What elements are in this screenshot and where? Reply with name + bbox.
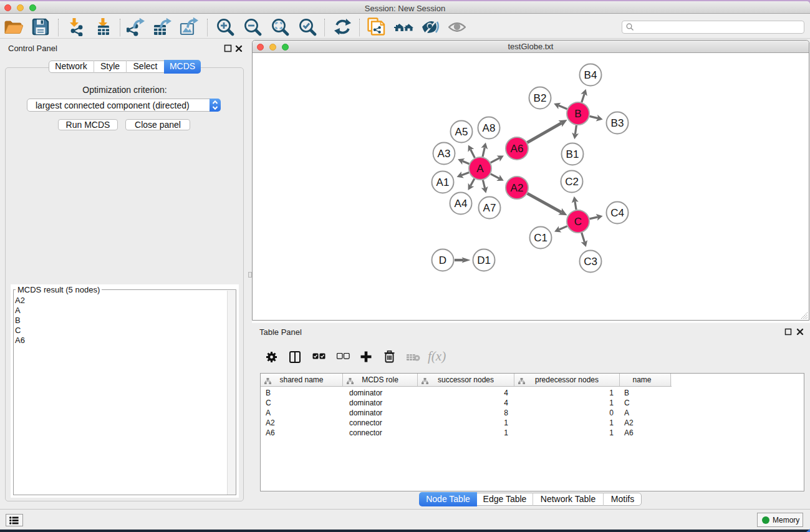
- svg-text:A8: A8: [483, 122, 496, 134]
- svg-text:C3: C3: [584, 256, 597, 268]
- svg-text:C4: C4: [610, 207, 624, 219]
- svg-text:A6: A6: [511, 143, 524, 155]
- svg-text:A1: A1: [436, 177, 450, 188]
- svg-text:C2: C2: [565, 176, 579, 188]
- svg-text:A7: A7: [483, 202, 496, 214]
- svg-text:B3: B3: [611, 117, 624, 129]
- svg-text:B2: B2: [534, 92, 547, 104]
- svg-text:A5: A5: [455, 126, 468, 138]
- svg-text:B1: B1: [566, 148, 579, 160]
- svg-text:C1: C1: [534, 232, 547, 244]
- svg-text:B: B: [574, 108, 581, 120]
- svg-text:D: D: [439, 254, 446, 266]
- svg-text:A4: A4: [455, 198, 468, 210]
- svg-text:A2: A2: [511, 182, 524, 194]
- svg-text:A3: A3: [438, 148, 451, 160]
- svg-text:C: C: [574, 216, 582, 228]
- svg-text:A: A: [476, 163, 484, 175]
- svg-text:B4: B4: [584, 69, 597, 81]
- svg-text:D1: D1: [477, 254, 491, 266]
